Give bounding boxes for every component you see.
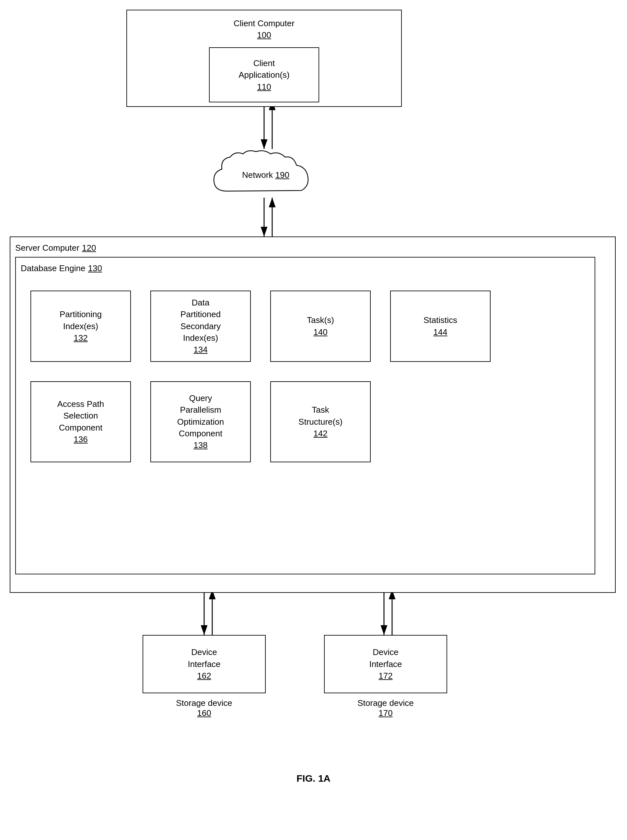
partitioning-index-box: PartitioningIndex(es) 132 xyxy=(30,291,131,362)
database-engine-ref: 130 xyxy=(88,263,102,274)
statistics-box: Statistics 144 xyxy=(390,291,491,362)
network-cloud: Network 190 xyxy=(207,149,324,201)
storage-device-160: Storage device 160 xyxy=(143,698,266,718)
device-interface-162-label: DeviceInterface xyxy=(187,646,221,670)
device-interface-162-ref: 162 xyxy=(197,670,211,681)
storage-device-170-label: Storage device xyxy=(358,698,413,708)
database-engine-label: Database Engine xyxy=(21,263,85,274)
client-application-ref: 110 xyxy=(257,81,271,93)
tasks-box: Task(s) 140 xyxy=(270,291,371,362)
statistics-label: Statistics xyxy=(424,314,457,326)
statistics-ref: 144 xyxy=(433,326,447,338)
access-path-label: Access PathSelectionComponent xyxy=(57,398,104,433)
device-interface-162-box: DeviceInterface 162 xyxy=(143,635,266,693)
partitioning-index-ref: 132 xyxy=(74,332,88,344)
client-application-box: ClientApplication(s) 110 xyxy=(209,47,319,102)
partitioning-index-label: PartitioningIndex(es) xyxy=(60,308,102,332)
server-computer-label: Server Computer xyxy=(15,242,79,254)
tasks-label: Task(s) xyxy=(307,314,334,326)
query-parallelism-label: QueryParallelismOptimizationComponent xyxy=(177,392,224,440)
device-interface-172-box: DeviceInterface 172 xyxy=(324,635,447,693)
data-partitioned-index-box: DataPartitionedSecondaryIndex(es) 134 xyxy=(150,291,251,362)
server-computer-ref: 120 xyxy=(82,242,96,254)
client-computer-label: Client Computer xyxy=(234,17,295,29)
task-structures-box: TaskStructure(s) 142 xyxy=(270,381,371,462)
access-path-box: Access PathSelectionComponent 136 xyxy=(30,381,131,462)
query-parallelism-box: QueryParallelismOptimizationComponent 13… xyxy=(150,381,251,462)
network-label: Network 190 xyxy=(242,170,289,180)
fig-caption-text: FIG. 1A xyxy=(296,773,331,783)
task-structures-label: TaskStructure(s) xyxy=(298,404,342,428)
client-computer-box: Client Computer 100 ClientApplication(s)… xyxy=(126,10,402,107)
data-partitioned-index-ref: 134 xyxy=(194,344,207,356)
storage-device-160-ref: 160 xyxy=(197,708,211,718)
storage-device-170: Storage device 170 xyxy=(324,698,447,718)
diagram: Client Computer 100 ClientApplication(s)… xyxy=(0,0,627,810)
database-engine-box: Database Engine 130 PartitioningIndex(es… xyxy=(15,257,595,574)
data-partitioned-index-label: DataPartitionedSecondaryIndex(es) xyxy=(181,297,221,344)
fig-caption: FIG. 1A xyxy=(0,773,627,784)
storage-device-160-label: Storage device xyxy=(176,698,232,708)
client-computer-ref: 100 xyxy=(257,29,271,41)
device-interface-172-label: DeviceInterface xyxy=(369,646,402,670)
storage-device-170-ref: 170 xyxy=(378,708,392,718)
task-structures-ref: 142 xyxy=(314,428,327,439)
access-path-ref: 136 xyxy=(74,433,88,445)
server-computer-box: Server Computer 120 Database Engine 130 … xyxy=(10,236,616,593)
client-application-label: ClientApplication(s) xyxy=(238,57,290,81)
query-parallelism-ref: 138 xyxy=(194,439,207,451)
device-interface-172-ref: 172 xyxy=(378,670,392,681)
tasks-ref: 140 xyxy=(314,326,327,338)
